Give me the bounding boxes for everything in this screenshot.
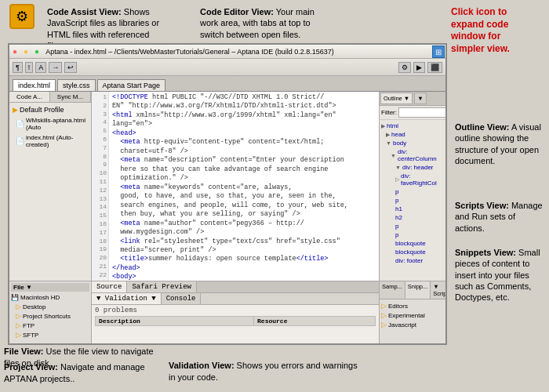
- code-line: good, to have, and use, so that, you are…: [112, 192, 376, 201]
- tri-icon: ▼: [391, 153, 396, 158]
- outline-item-p2[interactable]: p: [381, 196, 444, 205]
- file-item-project-shortcuts[interactable]: ▷ Project Shortcuts: [11, 311, 89, 321]
- window-close[interactable]: ●: [13, 47, 17, 56]
- sidebar-tab-code-assist[interactable]: Code A...: [9, 92, 50, 102]
- toolbar: ¶ ! A → ↩ ⚙ ▶ ⬛: [9, 59, 445, 76]
- snippet-label: Experimental: [388, 312, 425, 319]
- code-line: charset=utf-8" />: [112, 147, 376, 156]
- file-item-label: SFTP: [23, 332, 38, 339]
- outline-tag: p: [395, 223, 398, 230]
- bottom-content: 0 problems Description Resource: [92, 305, 379, 343]
- file-item-sftp[interactable]: ▷ SFTP: [11, 330, 89, 339]
- bottom-tab-source[interactable]: Source: [92, 281, 127, 292]
- outline-tag: p: [395, 231, 398, 238]
- toolbar-gear-btn[interactable]: ⚙: [398, 62, 411, 73]
- code-line: <!DOCTYPE html PUBLIC "-//W3C//DTD XHTML…: [112, 93, 376, 102]
- outline-item-h2[interactable]: h2: [381, 213, 444, 222]
- file-item-macintosh[interactable]: 💾 Macintosh HD: [11, 293, 89, 302]
- snippet-folder-javascript[interactable]: ▷ Javascript: [381, 320, 444, 329]
- rb-tab-snipp[interactable]: Snipp...: [405, 281, 431, 299]
- file-panel-header[interactable]: File ▼: [11, 283, 89, 292]
- outline-item-p3[interactable]: p: [381, 222, 444, 230]
- rb-tab-scripts[interactable]: ▼ Scripts: [431, 281, 445, 299]
- tab-index-html[interactable]: index.html: [13, 79, 56, 91]
- outline-tag: p: [395, 188, 398, 195]
- tri-icon: ▶: [386, 132, 390, 138]
- bottom-tab-safari[interactable]: Safari Preview: [127, 281, 197, 292]
- file-item-desktop[interactable]: ▷ Desktop: [11, 302, 89, 311]
- rb-tab-samp[interactable]: Samp...: [380, 281, 405, 299]
- outline-item-center-col[interactable]: ▼ div: centerColumn: [381, 147, 444, 163]
- right-bottom-tabs: Samp... Snipp... ▼ Scripts ▼: [380, 281, 445, 299]
- outline-item-p4[interactable]: p: [381, 230, 444, 239]
- file-icon: 📄: [16, 137, 24, 145]
- sidebar-item-wmskills[interactable]: 📄 WMskills-aptana.html (Auto: [11, 115, 89, 132]
- outline-item-blockquote2[interactable]: blockquote: [381, 248, 444, 256]
- callout-scripts: Scripts View: Manage and Run sets of act…: [455, 200, 545, 234]
- filter-input[interactable]: [398, 107, 445, 118]
- code-line: <html xmlns="http://www.w3.org/1999/xhtm…: [112, 111, 376, 120]
- outline-item-header[interactable]: ▼ div: header: [381, 163, 444, 172]
- toolbar-excl-btn[interactable]: !: [25, 62, 34, 73]
- folder-icon: ▶: [13, 106, 18, 114]
- file-item-label: FTP: [23, 322, 35, 329]
- code-line: optimization." />: [112, 174, 376, 183]
- callout-click-icon-line2: expand code: [451, 19, 545, 31]
- toolbar-back-btn[interactable]: ↩: [64, 62, 77, 73]
- file-item-ftp[interactable]: ▷ FTP: [11, 321, 89, 330]
- tri-icon: ▼: [386, 140, 391, 146]
- console-tab-console[interactable]: Console: [162, 293, 202, 304]
- outline-item-head[interactable]: ▶ head: [381, 130, 444, 139]
- outline-item-footer[interactable]: div: footer: [381, 256, 444, 265]
- snippet-folder-experimental[interactable]: ▷ Experimental: [381, 310, 444, 320]
- outline-tag: div: centerColumn: [398, 148, 444, 162]
- outline-item-fave[interactable]: ▷ div: faveRightCol: [381, 172, 444, 187]
- tab-aptana-start[interactable]: Aptana Start Page: [97, 79, 166, 91]
- toolbar-run-btn[interactable]: ▶: [413, 62, 425, 73]
- gear-icon: ⚙: [16, 8, 28, 25]
- window-maximize[interactable]: ●: [35, 47, 39, 56]
- callout-snippets: Snippets View: Small pieces of content t…: [455, 247, 545, 303]
- aptana-logo: ⚙: [9, 4, 35, 29]
- outline-tag: blockquote: [395, 240, 426, 247]
- code-line: here so that you can take advantage of s…: [112, 165, 376, 174]
- outline-tag: html: [387, 122, 398, 129]
- snippet-folder-editors[interactable]: ▷ Editors: [381, 301, 444, 310]
- code-line: </head>: [112, 264, 376, 273]
- outline-item-p1[interactable]: p: [381, 187, 444, 196]
- window-title: Aptana - index.html – /Clients/WebMaster…: [45, 48, 442, 56]
- sidebar-item-index[interactable]: 📄 index.html (Auto-created): [11, 132, 89, 150]
- right-tab-more[interactable]: ▼: [414, 93, 426, 104]
- callout-click-icon: Click icon to expand code window for sim…: [451, 6, 545, 55]
- window-minimize[interactable]: ●: [24, 47, 28, 56]
- snippets-content: ▷ Editors ▷ Experimental ▷ Javascript: [380, 299, 445, 331]
- code-line: <meta http-equiv="content-type" content=…: [112, 138, 376, 147]
- console-tab-validation[interactable]: ▼ Validation ▼: [92, 293, 162, 304]
- tri-icon: ▼: [395, 165, 401, 170]
- outline-item-body[interactable]: ▼ body: [381, 139, 444, 147]
- callout-outline: Outline View: A visual outline showing t…: [455, 122, 545, 166]
- code-text[interactable]: <!DOCTYPE html PUBLIC "-//W3C//DTD XHTML…: [109, 92, 379, 281]
- tab-style-css[interactable]: style.css: [57, 79, 96, 91]
- sidebar-item-label: index.html (Auto-created): [26, 134, 88, 148]
- problems-table: Description Resource: [95, 316, 376, 326]
- toolbar-stop-btn[interactable]: ⬛: [427, 62, 442, 73]
- code-content[interactable]: 12345 678910 1112131415 1617181920 21222…: [92, 92, 379, 281]
- toolbar-arrow-btn[interactable]: →: [49, 62, 62, 73]
- file-item-label: Macintosh HD: [20, 294, 60, 301]
- code-line: <body>: [112, 273, 376, 281]
- outline-item-html[interactable]: ▶ html: [381, 122, 444, 130]
- outline-tag: body: [393, 140, 406, 147]
- callout-outline-title: Outline View:: [455, 122, 509, 132]
- code-line: <meta name="description" content="Enter …: [112, 156, 376, 165]
- outline-item-blockquote1[interactable]: blockquote: [381, 239, 444, 248]
- sidebar-tab-sync[interactable]: Sync M...: [50, 92, 91, 102]
- expand-icon[interactable]: ⊞: [432, 45, 445, 58]
- right-tab-outline[interactable]: Outline ▼: [380, 93, 413, 104]
- outline-item-h1[interactable]: h1: [381, 205, 444, 213]
- callout-snippets-title: Snippets View:: [455, 248, 516, 257]
- toolbar-a-btn[interactable]: A: [35, 62, 46, 73]
- sidebar-item-default-profile[interactable]: ▶ Default Profile: [11, 104, 89, 115]
- file-panel: File ▼ 💾 Macintosh HD ▷ Desktop ▷ Projec…: [9, 281, 91, 343]
- toolbar-para-btn[interactable]: ¶: [13, 62, 23, 73]
